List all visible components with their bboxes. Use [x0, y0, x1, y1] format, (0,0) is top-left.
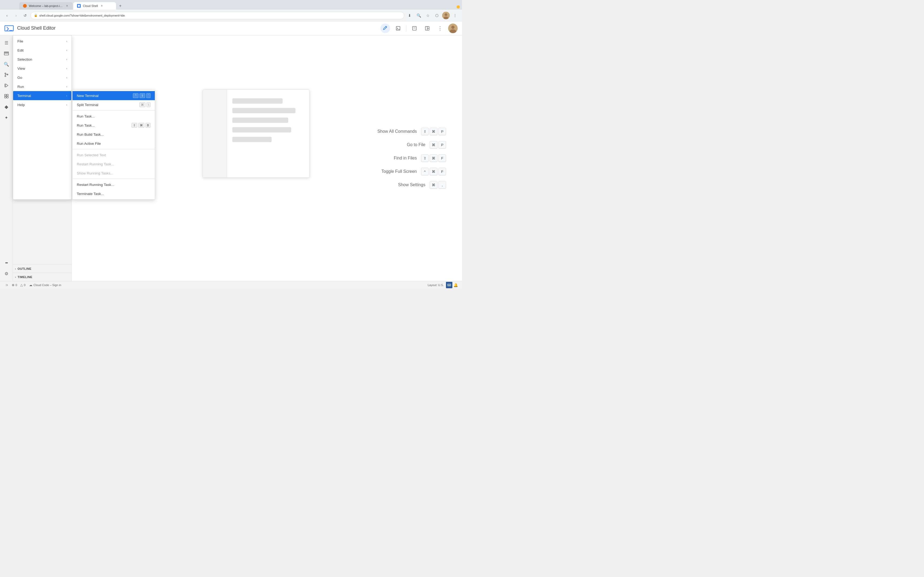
app-logo — [4, 24, 14, 33]
menu-item-selection[interactable]: Selection › — [13, 55, 71, 64]
svg-marker-21 — [6, 84, 8, 87]
submenu-run-active-file[interactable]: Run Build Task... — [73, 130, 155, 139]
nav-forward[interactable]: › — [12, 12, 20, 19]
warning-icon: △ — [20, 283, 23, 287]
tab-cloud-shell[interactable]: Cloud Shell ✕ — [73, 2, 116, 10]
lock-icon: 🔒 — [34, 14, 38, 17]
more-menu-btn[interactable]: ⋮ — [435, 24, 445, 33]
submenu-configure-tasks[interactable]: Restart Running Task... — [73, 180, 155, 189]
activity-item-run[interactable] — [2, 81, 11, 90]
submenu-sep3 — [73, 179, 155, 179]
address-bar[interactable]: 🔒 shell.cloud.google.com/?show=ide&envir… — [31, 12, 404, 19]
shortcut-keys-go-to-file: ⌘ P — [430, 141, 446, 148]
activity-item-menu[interactable]: ☰ — [2, 38, 11, 48]
terminal-chevron: › — [66, 94, 67, 97]
submenu-split-terminal[interactable]: Split Terminal ⌘ \ — [73, 100, 155, 109]
key-cmd4: ⌘ — [430, 168, 438, 175]
remote-icon: ⊃ — [5, 283, 8, 287]
main-menu: File › Edit › Selection › View › Go › — [13, 35, 72, 200]
favicon-welcome — [23, 4, 27, 8]
app-container: Cloud Shell Editor ⋮ ☰ 🔍 — [0, 21, 462, 288]
shortcut-label-find-in-files: Find in Files — [377, 156, 417, 161]
error-icon: ⊗ — [12, 283, 15, 287]
layout-status[interactable]: Layout: U.S. — [425, 281, 446, 288]
bookmark-icon[interactable]: ☆ — [424, 12, 431, 19]
layout-btn[interactable] — [422, 24, 432, 33]
downloads-icon[interactable]: ⬇ — [406, 12, 414, 19]
svg-point-1 — [444, 13, 447, 16]
tab-close-cloud-shell[interactable]: ✕ — [100, 4, 104, 8]
cloud-code-status[interactable]: ☁ Cloud Code – Sign in — [27, 281, 63, 288]
extensions-chrome-icon[interactable]: ⬡ — [433, 12, 441, 19]
menu-item-terminal[interactable]: Terminal › — [13, 91, 71, 100]
bell-icon-status[interactable]: 🔔 — [452, 282, 459, 288]
submenu-show-running-tasks: Run Selected Text — [73, 150, 155, 160]
edit-btn[interactable] — [380, 24, 390, 33]
tab-close-welcome[interactable]: ✕ — [65, 4, 69, 8]
user-avatar[interactable] — [448, 24, 458, 33]
app-header: Cloud Shell Editor ⋮ — [0, 21, 462, 35]
svg-rect-26 — [7, 97, 8, 98]
svg-rect-25 — [5, 97, 6, 98]
preview-block-1 — [233, 98, 283, 104]
submenu-configure-default-build-task[interactable]: Terminate Task... — [73, 189, 155, 198]
activity-item-source-control[interactable] — [2, 70, 11, 80]
activity-item-search[interactable]: 🔍 — [2, 59, 11, 69]
submenu-run-task[interactable]: Run Task... — [73, 112, 155, 121]
status-remote-icon[interactable]: ⊃ — [3, 281, 10, 288]
preview-btn[interactable] — [410, 24, 419, 33]
nav-back[interactable]: ‹ — [3, 12, 11, 19]
submenu-run-selected-text[interactable]: Run Active File — [73, 139, 155, 148]
menu-item-edit[interactable]: Edit › — [13, 46, 71, 55]
svg-point-18 — [5, 73, 6, 74]
search-icon[interactable]: 🔍 — [415, 12, 422, 19]
tab-welcome-label: Welcome – lab-project-id-e... — [29, 4, 63, 8]
shortcut-row-settings: Show Settings ⌘ , — [377, 181, 446, 189]
preview-sidebar — [203, 90, 227, 177]
chrome-menu-icon[interactable]: ⋮ — [451, 12, 459, 19]
shortcut-keys-settings: ⌘ , — [430, 181, 446, 189]
shortcut-label-settings: Show Settings — [377, 182, 425, 187]
activity-item-more[interactable]: ••• — [2, 258, 11, 268]
new-tab-button[interactable]: + — [116, 2, 124, 10]
submenu-new-terminal[interactable]: New Terminal ⌃ ⇧ ` — [73, 91, 155, 100]
user-avatar-chrome[interactable] — [442, 12, 450, 19]
activity-item-ai[interactable]: ✦ — [2, 113, 11, 122]
key-cmd3: ⌘ — [430, 155, 438, 162]
browser-chrome: Welcome – lab-project-id-e... ✕ Cloud Sh… — [0, 0, 462, 10]
submenu-run-build-task[interactable]: Run Task... ⇧ ⌘ B — [73, 121, 155, 130]
activity-item-cloud-code[interactable]: ◆ — [2, 102, 11, 112]
view-chevron: › — [66, 67, 67, 70]
menu-item-help[interactable]: Help › — [13, 100, 71, 109]
shortcut-keys-full-screen: ^ ⌘ F — [421, 168, 446, 175]
menu-item-run[interactable]: Run › — [13, 82, 71, 91]
activity-item-settings[interactable]: ⚙ — [2, 269, 11, 278]
terminal-submenu: New Terminal ⌃ ⇧ ` Split Terminal ⌘ \ — [72, 90, 155, 200]
key-cmd5: ⌘ — [430, 181, 438, 189]
terminal-btn[interactable] — [393, 24, 403, 33]
status-errors[interactable]: ⊗ 0 — [10, 281, 19, 288]
menu-item-go[interactable]: Go › — [13, 73, 71, 82]
selection-chevron: › — [66, 58, 67, 61]
shortcut-row-go-to-file: Go to File ⌘ P — [377, 141, 446, 148]
menu-item-view[interactable]: View › — [13, 64, 71, 73]
status-bar: ⊃ ⊗ 0 △ 0 ☁ Cloud Code – Sign in Layout:… — [0, 281, 462, 288]
submenu-restart-running-task: Restart Running Task... — [73, 160, 155, 169]
timeline-header[interactable]: › TIMELINE — [13, 273, 71, 281]
key-f2: F — [438, 168, 446, 175]
svg-rect-9 — [414, 27, 415, 29]
activity-item-extensions[interactable] — [2, 91, 11, 101]
status-warnings[interactable]: △ 0 — [19, 281, 27, 288]
activity-item-explorer[interactable] — [2, 48, 11, 58]
shortcut-label-go-to-file: Go to File — [377, 142, 425, 147]
file-chevron: › — [66, 40, 67, 43]
menu-item-file[interactable]: File › — [13, 37, 71, 46]
svg-rect-31 — [448, 285, 450, 285]
outline-header[interactable]: › OUTLINE — [13, 265, 71, 273]
browser-toolbar: ‹ › ↺ 🔒 shell.cloud.google.com/?show=ide… — [0, 10, 462, 21]
keyboard-icon-status[interactable] — [446, 282, 452, 288]
submenu-sep1 — [73, 110, 155, 111]
shortcut-keys-all-commands: ⇧ ⌘ P — [421, 128, 446, 135]
tab-welcome[interactable]: Welcome – lab-project-id-e... ✕ — [19, 2, 73, 10]
nav-reload[interactable]: ↺ — [21, 12, 29, 19]
